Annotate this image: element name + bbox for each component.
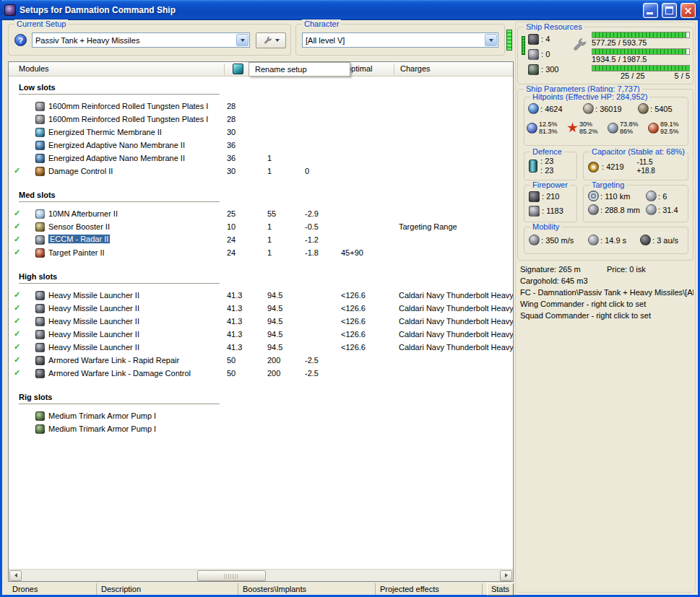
fitting-wrench-icon xyxy=(571,38,587,53)
module-name: Armored Warfare Link - Rapid Repair xyxy=(48,356,179,365)
minimize-icon xyxy=(647,12,653,14)
module-row[interactable]: ✓ Sensor Booster II 10 1 -0.5 Targeting … xyxy=(9,221,513,234)
scroll-right-button[interactable] xyxy=(500,570,512,581)
sensor-booster-icon xyxy=(35,222,45,232)
section-title: Low slots xyxy=(19,83,220,95)
col-secondary: 1 xyxy=(267,167,272,175)
defence-value-1: 23 xyxy=(540,157,553,166)
module-row[interactable]: ✓ Heavy Missile Launcher II 41.3 94.5 <1… xyxy=(9,315,513,328)
col-cpu: 50 xyxy=(227,369,236,378)
hardpoints-value: 5 / 5 xyxy=(675,71,690,81)
armor-plate-icon xyxy=(35,115,45,124)
charges-column-icon[interactable] xyxy=(233,64,243,74)
powergrid-value: 577.25 / 593.75 xyxy=(592,38,690,48)
armor-icon xyxy=(583,103,594,114)
slot-section: Rig slots Medium Trimark Armor Pump I Me… xyxy=(9,393,513,436)
module-row[interactable]: ✓ Heavy Missile Launcher II 41.3 94.5 <1… xyxy=(9,289,513,302)
module-name: ECCM - Radar II xyxy=(48,235,110,243)
section-title: Rig slots xyxy=(19,393,220,404)
capacitor-recharge: +18.8 xyxy=(637,167,655,175)
fitted-check-icon: ✓ xyxy=(14,290,20,300)
maximize-button[interactable] xyxy=(662,3,677,18)
tab-stats[interactable]: Stats xyxy=(487,583,514,596)
col-cpu: 41.3 xyxy=(227,343,242,352)
hitpoints-title: Hitpoints (Effective HP: 284,952) xyxy=(530,92,649,101)
module-name: 10MN Afterburner II xyxy=(48,209,118,218)
armor-rig-icon xyxy=(35,424,45,434)
col-cpu: 41.3 xyxy=(227,330,242,339)
adaptive-membrane-icon xyxy=(35,141,45,150)
col-cpu: 24 xyxy=(227,248,236,257)
help-icon[interactable]: ? xyxy=(14,34,27,46)
section-rows: 1600mm Reinforced Rolled Tungsten Plates… xyxy=(9,100,513,178)
signature-resolution-icon xyxy=(588,204,599,215)
col-cpu: 36 xyxy=(227,154,236,162)
module-row[interactable]: ✓ Heavy Missile Launcher II 41.3 94.5 <1… xyxy=(9,341,513,354)
setup-combobox-arrow[interactable] xyxy=(236,34,249,46)
module-row[interactable]: Energized Adaptive Nano Membrane II 36 1 xyxy=(9,152,513,165)
wing-commander-text[interactable]: Wing Commander - right click to set xyxy=(520,300,646,308)
col-optimal: <126.6 xyxy=(341,291,366,300)
horizontal-scrollbar[interactable] xyxy=(9,569,513,581)
module-row[interactable]: ✓ Damage Control II 30 1 0 xyxy=(9,165,513,178)
module-row[interactable]: ✓ Heavy Missile Launcher II 41.3 94.5 <1… xyxy=(9,328,513,341)
em-armor-resist: 81.3% xyxy=(539,128,558,135)
module-row[interactable]: Medium Trimark Armor Pump I xyxy=(9,423,513,436)
module-row[interactable]: ✓ Armored Warfare Link - Damage Control … xyxy=(9,367,513,380)
module-row[interactable]: ✓ ECCM - Radar II 24 1 -1.2 xyxy=(9,234,513,247)
fleet-commander-text: FC - Damnation\Passiv Tank + Heavy Missi… xyxy=(520,288,693,297)
optimal-column-header[interactable]: optimal xyxy=(347,64,372,73)
character-combobox-value: [All level V] xyxy=(303,36,484,45)
cpu-value: 1934.5 / 1987.5 xyxy=(592,55,690,64)
module-name: Heavy Missile Launcher II xyxy=(48,330,139,339)
col-optimal: <126.6 xyxy=(341,317,366,326)
module-name: Sensor Booster II xyxy=(48,222,110,231)
missile-launcher-icon xyxy=(35,343,45,352)
modules-column-header[interactable]: Modules xyxy=(19,64,49,73)
targeting-range: 110 km xyxy=(600,192,630,201)
tab-drones[interactable]: Drones xyxy=(8,583,97,595)
squad-commander-text[interactable]: Squad Commander - right click to set xyxy=(520,311,651,320)
module-row[interactable]: Energized Thermic Membrane II 30 xyxy=(9,126,513,139)
setup-combobox[interactable]: Passiv Tank + Heavy Missiles xyxy=(32,32,250,48)
col-secondary: 1 xyxy=(267,248,272,257)
module-row[interactable]: ✓ Target Painter II 24 1 -1.8 45+90 xyxy=(9,247,513,260)
scrollbar-track[interactable] xyxy=(22,570,499,581)
thermic-membrane-icon xyxy=(35,128,45,137)
scrollbar-thumb[interactable] xyxy=(197,570,266,581)
menu-item-rename-setup[interactable]: Rename setup xyxy=(249,65,350,74)
module-row[interactable]: ✓ Armored Warfare Link - Rapid Repair 50… xyxy=(9,354,513,367)
slots-value: 25 / 25 xyxy=(621,71,645,81)
module-row[interactable]: Medium Trimark Armor Pump I xyxy=(9,410,513,423)
character-combobox[interactable]: [All level V] xyxy=(302,32,498,48)
scroll-left-button[interactable] xyxy=(9,570,22,581)
capacitor-icon xyxy=(588,162,599,173)
module-row[interactable]: 1600mm Reinforced Rolled Tungsten Plates… xyxy=(9,113,513,126)
col-secondary: 94.5 xyxy=(267,291,282,300)
signature-text: Signature: 265 m xyxy=(520,265,581,274)
module-row[interactable]: 1600mm Reinforced Rolled Tungsten Plates… xyxy=(9,100,513,113)
fitted-check-icon: ✓ xyxy=(14,316,20,326)
tools-dropdown-arrow xyxy=(275,39,280,42)
minimize-button[interactable] xyxy=(643,3,658,18)
character-combobox-arrow[interactable] xyxy=(485,34,497,46)
module-row[interactable]: ✓ Heavy Missile Launcher II 41.3 94.5 <1… xyxy=(9,302,513,315)
module-name: Damage Control II xyxy=(48,167,113,175)
setup-tools-button[interactable] xyxy=(256,32,286,48)
module-name: Target Painter II xyxy=(48,248,105,257)
module-name: Medium Trimark Armor Pump I xyxy=(48,424,156,433)
col-cpu: 41.3 xyxy=(227,304,242,313)
tab-description[interactable]: Description xyxy=(97,583,238,595)
missile-launcher-icon xyxy=(35,330,45,339)
tab-boosters-implants[interactable]: Boosters\Implants xyxy=(238,583,376,595)
module-row[interactable]: Energized Adaptive Nano Membrane II 36 xyxy=(9,139,513,152)
tab-projected-effects[interactable]: Projected effects xyxy=(376,583,483,595)
charges-column-header[interactable]: Charges xyxy=(400,64,431,73)
defence-title: Defence xyxy=(530,147,564,156)
close-button[interactable] xyxy=(680,3,696,18)
title-bar[interactable]: Setups for Damnation Command Ship xyxy=(0,0,700,20)
col-cap: 0 xyxy=(305,167,309,175)
col-secondary: 94.5 xyxy=(267,304,282,313)
character-group: Character [All level V] xyxy=(295,24,505,56)
module-row[interactable]: ✓ 10MN Afterburner II 25 55 -2.9 xyxy=(9,208,513,221)
